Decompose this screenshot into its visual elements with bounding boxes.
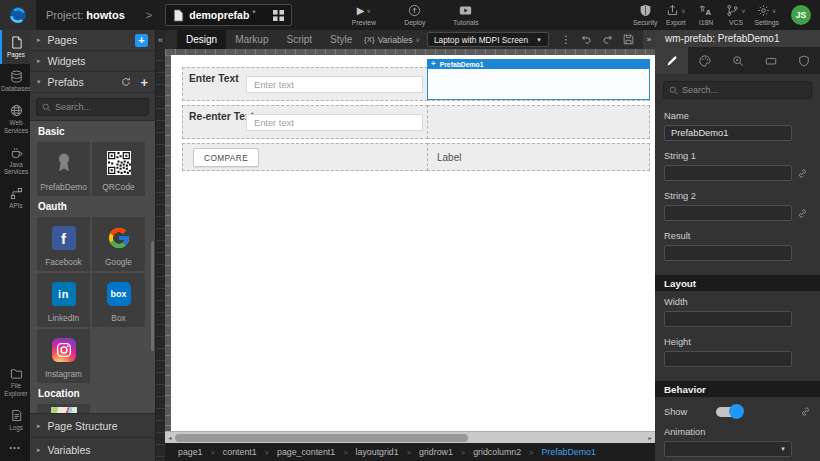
- scrollbar-thumb[interactable]: [175, 434, 468, 442]
- add-prefab-button[interactable]: +: [140, 76, 148, 89]
- project-name[interactable]: howtos: [86, 9, 125, 21]
- tab-markup[interactable]: Markup: [226, 30, 277, 49]
- redo-button[interactable]: [597, 34, 618, 45]
- box-icon: box: [107, 282, 131, 306]
- horizontal-scrollbar[interactable]: ◂ ▸: [165, 431, 655, 443]
- breadcrumb-item[interactable]: gridcolumn2: [473, 447, 521, 457]
- device-selector[interactable]: Laptop with MDPI Screen ▼: [427, 32, 549, 47]
- breadcrumb-item-active[interactable]: PrefabDemo1: [542, 447, 596, 457]
- settings-button[interactable]: ∨ Settings: [754, 4, 779, 26]
- variables-icon: {X}: [364, 35, 375, 44]
- deploy-button[interactable]: Deploy: [397, 4, 433, 26]
- app-logo[interactable]: [0, 0, 36, 30]
- expand-toolbar-button[interactable]: »: [643, 30, 655, 49]
- name-input[interactable]: [664, 125, 792, 141]
- prefab-tile-map[interactable]: [37, 404, 90, 413]
- section-widgets-label: Widgets: [48, 55, 86, 67]
- rail-item-java-services[interactable]: Java Services: [0, 140, 30, 181]
- animation-select[interactable]: ▼: [664, 441, 792, 457]
- kebab-menu-icon[interactable]: ⋮: [556, 34, 576, 45]
- rail-item-web-services[interactable]: Web Services: [0, 98, 30, 139]
- height-input[interactable]: [664, 351, 792, 367]
- prefab-tile-google[interactable]: Google: [92, 217, 145, 271]
- scroll-left-icon[interactable]: ◂: [165, 434, 175, 441]
- panel-scrollbar[interactable]: [151, 241, 154, 351]
- bind-string2-button[interactable]: [797, 208, 808, 219]
- tab-script[interactable]: Script: [278, 30, 322, 49]
- reentertext-input[interactable]: [246, 114, 423, 131]
- prefab-tile-facebook[interactable]: f Facebook: [37, 217, 90, 271]
- add-page-button[interactable]: +: [135, 34, 148, 47]
- refresh-prefabs-button[interactable]: [121, 77, 131, 87]
- section-page-structure[interactable]: ▸ Page Structure: [30, 413, 155, 437]
- move-icon[interactable]: +: [431, 60, 436, 68]
- tutorials-label: Tutorials: [453, 19, 479, 26]
- scroll-right-icon[interactable]: ▸: [645, 434, 655, 441]
- grid-cell-prefab[interactable]: + PrefabDemo1: [427, 67, 650, 101]
- breadcrumb-item[interactable]: gridrow1: [419, 447, 453, 457]
- string2-input[interactable]: [664, 205, 792, 221]
- bind-show-button[interactable]: [800, 406, 811, 417]
- grid-cell-button[interactable]: COMPARE: [182, 143, 428, 171]
- selected-prefab[interactable]: + PrefabDemo1: [427, 59, 650, 100]
- grid-cell-label[interactable]: Label: [427, 143, 650, 171]
- breadcrumb-item[interactable]: page1: [178, 447, 202, 457]
- page-selector[interactable]: demoprefab *: [165, 4, 292, 26]
- show-toggle[interactable]: [716, 407, 742, 417]
- i18n-button[interactable]: A I18N: [694, 4, 717, 26]
- save-button[interactable]: [618, 34, 639, 45]
- variables-button[interactable]: {X} Variables ∨: [364, 35, 420, 45]
- undo-button[interactable]: [576, 34, 597, 45]
- tab-styles[interactable]: [688, 47, 721, 74]
- section-prefabs[interactable]: ▾ Prefabs +: [30, 72, 155, 93]
- rail-item-file-explorer[interactable]: File Explorer: [0, 361, 30, 402]
- result-input[interactable]: [664, 245, 792, 261]
- logs-icon: [10, 409, 23, 422]
- tab-design[interactable]: Design: [177, 30, 226, 49]
- bind-string1-button[interactable]: [797, 168, 808, 179]
- rail-item-logs[interactable]: Logs: [0, 403, 30, 437]
- pages-grid-icon[interactable]: [273, 10, 284, 21]
- breadcrumb-item[interactable]: content1: [223, 447, 257, 457]
- user-avatar[interactable]: JS: [791, 5, 811, 25]
- page-canvas[interactable]: Enter Text + PrefabDemo1: [171, 55, 655, 431]
- export-button[interactable]: ∨ Export: [664, 4, 687, 26]
- prefab-selection-header[interactable]: + PrefabDemo1: [427, 59, 650, 69]
- compare-button[interactable]: COMPARE: [193, 148, 259, 167]
- tab-device[interactable]: [754, 47, 787, 74]
- breadcrumb-item[interactable]: layoutgrid1: [356, 447, 399, 457]
- prefab-tile-qrcode[interactable]: QRCode: [92, 142, 145, 196]
- more-options-icon[interactable]: •••: [0, 437, 30, 461]
- grid-cell-empty[interactable]: [427, 105, 650, 139]
- breadcrumb-item[interactable]: page_content1: [277, 447, 335, 457]
- prefab-tile-box[interactable]: box Box: [92, 273, 145, 327]
- rail-item-pages[interactable]: Pages: [0, 30, 30, 64]
- properties-search-input[interactable]: [682, 85, 806, 95]
- prefab-widget-body[interactable]: [427, 69, 650, 100]
- section-widgets[interactable]: ▸ Widgets: [30, 51, 155, 72]
- label-widget[interactable]: Label: [437, 152, 461, 163]
- security-button[interactable]: Security: [633, 4, 658, 26]
- tab-security[interactable]: [787, 47, 820, 74]
- preview-button[interactable]: ▶ ∨ Preview: [346, 4, 382, 26]
- tutorials-button[interactable]: Tutorials: [448, 4, 484, 26]
- tab-style[interactable]: Style: [321, 30, 361, 49]
- section-pages[interactable]: ▸ Pages +: [30, 30, 155, 51]
- tab-properties[interactable]: [655, 47, 688, 74]
- width-input[interactable]: [664, 311, 792, 327]
- string1-input[interactable]: [664, 165, 792, 181]
- rail-item-databases[interactable]: Databases: [0, 64, 30, 98]
- prefab-tile-instagram[interactable]: Instagram: [37, 329, 90, 383]
- caret-right-icon: ▸: [37, 36, 41, 44]
- rail-item-apis[interactable]: APIs: [0, 181, 30, 215]
- tab-inspect[interactable]: [721, 47, 754, 74]
- prefab-tile-prefabdemo[interactable]: PrefabDemo: [37, 142, 90, 196]
- collapse-panel-button[interactable]: «: [156, 30, 165, 45]
- prefab-tile-linkedin[interactable]: in LinkedIn: [37, 273, 90, 327]
- vcs-button[interactable]: ∨ VCS: [724, 4, 747, 26]
- section-variables[interactable]: ▸ Variables: [30, 437, 155, 461]
- entertext-input[interactable]: [246, 76, 423, 93]
- grid-cell-entertext[interactable]: Enter Text: [182, 67, 428, 101]
- grid-cell-reentertext[interactable]: Re-enter Text: [182, 105, 428, 139]
- prefab-search-input[interactable]: [55, 102, 143, 112]
